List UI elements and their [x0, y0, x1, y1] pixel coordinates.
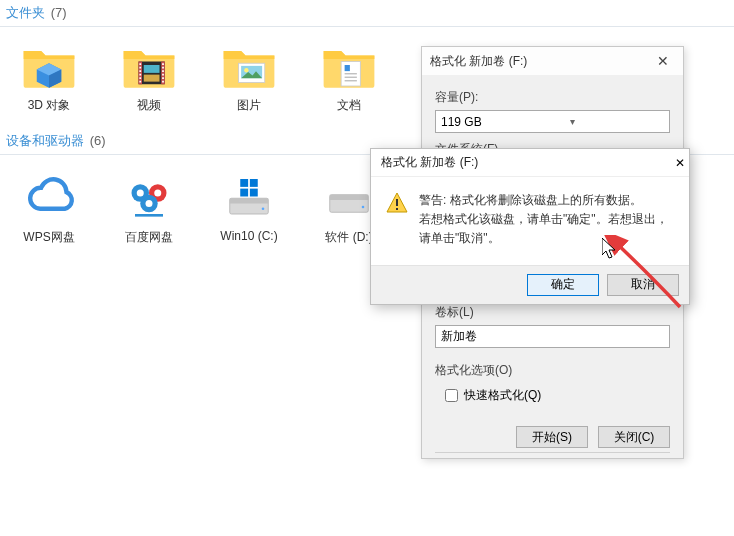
capacity-select[interactable]: 119 GB ▾ [435, 110, 670, 133]
cancel-button[interactable]: 取消 [607, 274, 679, 296]
folder-icon [120, 39, 178, 91]
drive-baidu[interactable]: 百度网盘 [114, 169, 184, 246]
svg-point-35 [137, 189, 144, 196]
cloud-icon [21, 169, 77, 223]
svg-rect-12 [139, 77, 141, 79]
alert-buttons: 确定 取消 [371, 265, 689, 304]
folder-icon [220, 39, 278, 91]
svg-rect-6 [144, 65, 160, 73]
folder-videos[interactable]: 视频 [114, 39, 184, 114]
section-count: (6) [90, 133, 106, 148]
divider [435, 452, 670, 453]
svg-rect-10 [139, 70, 141, 72]
quick-format-checkbox[interactable]: 快速格式化(Q) [445, 387, 670, 404]
format-dialog-titlebar[interactable]: 格式化 新加卷 (F:) ✕ [422, 47, 683, 75]
svg-rect-8 [139, 63, 141, 65]
capacity-value: 119 GB [441, 115, 482, 129]
svg-rect-42 [240, 179, 248, 187]
svg-rect-15 [162, 67, 164, 69]
volume-input[interactable] [435, 325, 670, 348]
alert-titlebar[interactable]: 格式化 新加卷 (F:) ✕ [371, 149, 689, 177]
svg-point-22 [244, 68, 248, 72]
alert-message: 警告: 格式化将删除该磁盘上的所有数据。 若想格式化该磁盘，请单击"确定"。若想… [419, 191, 675, 249]
format-dialog-buttons: 开始(S) 关闭(C) [516, 426, 670, 448]
folder-pictures[interactable]: 图片 [214, 39, 284, 114]
warning-icon [385, 191, 409, 249]
svg-rect-19 [162, 81, 164, 83]
svg-rect-16 [162, 70, 164, 72]
svg-rect-38 [135, 214, 163, 217]
svg-rect-7 [144, 75, 160, 82]
start-button[interactable]: 开始(S) [516, 426, 588, 448]
close-button[interactable]: ✕ [649, 50, 677, 72]
drive-label: 百度网盘 [125, 229, 173, 246]
svg-rect-43 [250, 179, 258, 187]
drive-label: Win10 (C:) [220, 229, 277, 243]
hard-drive-icon [321, 169, 377, 223]
svg-rect-18 [162, 77, 164, 79]
folder-icon [20, 39, 78, 91]
close-icon: ✕ [675, 156, 685, 170]
alert-body: 警告: 格式化将删除该磁盘上的所有数据。 若想格式化该磁盘，请单击"确定"。若想… [371, 177, 689, 265]
section-count: (7) [51, 5, 67, 20]
svg-rect-9 [139, 67, 141, 69]
svg-point-48 [362, 205, 365, 208]
close-dialog-button[interactable]: 关闭(C) [598, 426, 670, 448]
svg-rect-44 [240, 188, 248, 196]
svg-rect-13 [139, 81, 141, 83]
quick-format-input[interactable] [445, 389, 458, 402]
chevron-down-icon: ▾ [570, 116, 575, 127]
quick-format-label: 快速格式化(Q) [464, 387, 541, 404]
section-title: 设备和驱动器 [6, 133, 84, 148]
folder-3d-objects[interactable]: 3D 对象 [14, 39, 84, 114]
close-icon: ✕ [657, 53, 669, 69]
alert-close-button[interactable]: ✕ [675, 156, 685, 170]
folder-label: 3D 对象 [28, 97, 71, 114]
ok-button[interactable]: 确定 [527, 274, 599, 296]
folder-documents[interactable]: 文档 [314, 39, 384, 114]
svg-point-36 [154, 189, 161, 196]
folder-icon [320, 39, 378, 91]
svg-rect-17 [162, 74, 164, 76]
alert-line-2: 若想格式化该磁盘，请单击"确定"。若想退出，请单击"取消"。 [419, 210, 675, 248]
format-options-label: 格式化选项(O) [435, 362, 670, 379]
alert-title: 格式化 新加卷 (F:) [381, 154, 675, 171]
folder-label: 图片 [237, 97, 261, 114]
drive-c[interactable]: Win10 (C:) [214, 169, 284, 246]
volume-label: 卷标(L) [435, 304, 670, 321]
section-header-folders: 文件夹 (7) [0, 0, 734, 27]
svg-rect-50 [396, 199, 398, 206]
svg-rect-25 [345, 65, 350, 71]
svg-rect-11 [139, 74, 141, 76]
svg-rect-45 [250, 188, 258, 196]
alert-line-1: 警告: 格式化将删除该磁盘上的所有数据。 [419, 191, 675, 210]
svg-point-41 [262, 207, 265, 210]
drive-label: WPS网盘 [23, 229, 74, 246]
baidu-netdisk-icon [121, 169, 177, 223]
drive-label: 软件 (D:) [325, 229, 372, 246]
svg-rect-14 [162, 63, 164, 65]
system-drive-icon [221, 169, 277, 223]
drive-wps[interactable]: WPS网盘 [14, 169, 84, 246]
svg-rect-51 [396, 208, 398, 210]
section-title: 文件夹 [6, 5, 45, 20]
folder-label: 文档 [337, 97, 361, 114]
format-dialog-title: 格式化 新加卷 (F:) [430, 53, 649, 70]
svg-rect-47 [330, 194, 369, 199]
svg-point-37 [146, 200, 153, 207]
folder-label: 视频 [137, 97, 161, 114]
svg-rect-40 [230, 198, 269, 203]
capacity-label: 容量(P): [435, 89, 670, 106]
alert-dialog: 格式化 新加卷 (F:) ✕ 警告: 格式化将删除该磁盘上的所有数据。 若想格式… [370, 148, 690, 305]
